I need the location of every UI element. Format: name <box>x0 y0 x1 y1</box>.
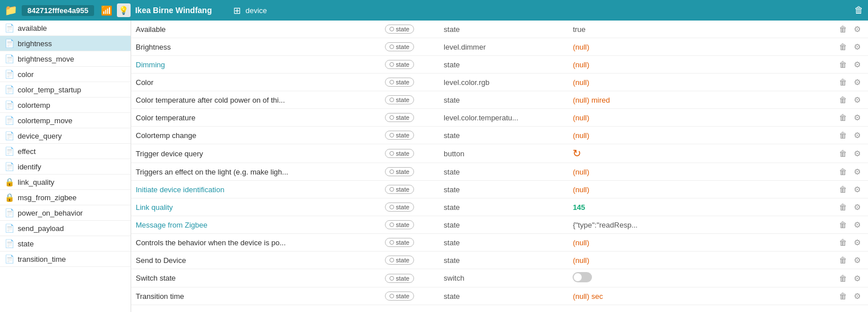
sidebar-item-colortemp_move[interactable]: 📄colortemp_move <box>0 113 131 128</box>
settings-row-button[interactable]: ⚙ <box>851 290 863 302</box>
state-dot-icon <box>390 276 394 281</box>
settings-row-button[interactable]: ⚙ <box>851 94 863 106</box>
state-dot-icon <box>390 62 394 67</box>
document-icon: 📄 <box>5 239 14 248</box>
delete-row-button[interactable]: 🗑 <box>837 59 849 70</box>
delete-device-button[interactable]: 🗑 <box>854 5 863 15</box>
main-layout: 📄available📄brightness📄brightness_move📄co… <box>0 21 868 312</box>
row-type: state <box>439 21 568 38</box>
document-icon: 📄 <box>5 85 14 94</box>
row-name: Color temperature <box>131 109 380 127</box>
delete-row-button[interactable]: 🗑 <box>837 273 849 284</box>
settings-row-button[interactable]: ⚙ <box>851 23 863 35</box>
delete-row-button[interactable]: 🗑 <box>837 201 849 213</box>
sidebar-item-brightness[interactable]: 📄brightness <box>0 36 131 51</box>
sidebar-item-label: colortemp <box>18 101 50 110</box>
sidebar-item-msg_from_zigbee[interactable]: 🔒msg_from_zigbee <box>0 190 131 205</box>
row-actions: 🗑⚙ <box>832 74 868 91</box>
sidebar-item-label: identify <box>18 163 41 171</box>
settings-row-button[interactable]: ⚙ <box>851 148 863 159</box>
delete-row-button[interactable]: 🗑 <box>837 290 849 302</box>
settings-row-button[interactable]: ⚙ <box>851 254 863 266</box>
sidebar-item-label: send_payload <box>18 224 64 233</box>
delete-row-button[interactable]: 🗑 <box>837 41 849 52</box>
settings-row-button[interactable]: ⚙ <box>851 166 863 177</box>
settings-row-button[interactable]: ⚙ <box>851 201 863 213</box>
sidebar-item-label: colortemp_move <box>18 116 72 125</box>
sidebar-item-label: color <box>18 70 34 79</box>
state-dot-icon <box>390 169 394 174</box>
state-label: state <box>396 61 409 68</box>
state-label: state <box>396 168 409 175</box>
sidebar-item-effect[interactable]: 📄effect <box>0 144 131 159</box>
sidebar-item-label: transition_time <box>18 255 66 264</box>
sidebar-item-power_on_behavior[interactable]: 📄power_on_behavior <box>0 205 131 221</box>
sidebar-item-available[interactable]: 📄available <box>0 21 131 36</box>
document-icon: 📄 <box>5 254 14 264</box>
document-icon: 📄 <box>5 100 14 110</box>
row-name-link[interactable]: Initiate device identification <box>136 185 224 194</box>
delete-row-button[interactable]: 🗑 <box>837 237 849 248</box>
row-name-link[interactable]: Message from Zigbee <box>136 221 208 229</box>
settings-row-button[interactable]: ⚙ <box>851 41 863 52</box>
settings-row-button[interactable]: ⚙ <box>851 237 863 248</box>
sidebar-item-brightness_move[interactable]: 📄brightness_move <box>0 51 131 67</box>
settings-row-button[interactable]: ⚙ <box>851 219 863 230</box>
state-label: state <box>396 79 409 86</box>
settings-row-button[interactable]: ⚙ <box>851 129 863 141</box>
delete-row-button[interactable]: 🗑 <box>837 76 849 88</box>
row-value: (null) <box>568 252 832 269</box>
state-label: state <box>396 96 409 103</box>
delete-row-button[interactable]: 🗑 <box>837 254 849 266</box>
delete-row-button[interactable]: 🗑 <box>837 129 849 141</box>
sidebar-item-identify[interactable]: 📄identify <box>0 159 131 175</box>
sidebar-item-device_query[interactable]: 📄device_query <box>0 128 131 144</box>
delete-row-button[interactable]: 🗑 <box>837 219 849 230</box>
table-row: Switch statestateswitch🗑⚙ <box>131 269 868 287</box>
device-id[interactable]: 842712fffee4a955 <box>22 5 94 16</box>
delete-row-button[interactable]: 🗑 <box>837 184 849 195</box>
settings-row-button[interactable]: ⚙ <box>851 273 863 284</box>
state-label: state <box>396 275 409 282</box>
row-value: (null) <box>568 127 832 144</box>
sidebar-item-color_temp_startup[interactable]: 📄color_temp_startup <box>0 82 131 98</box>
row-name: Message from Zigbee <box>131 216 380 234</box>
folder-icon: 📁 <box>5 4 17 17</box>
sidebar-item-state[interactable]: 📄state <box>0 236 131 252</box>
sidebar-item-link_quality[interactable]: 🔒link_quality <box>0 175 131 190</box>
toggle-switch[interactable] <box>573 272 592 282</box>
row-value: (null) <box>568 56 832 74</box>
state-dot-icon <box>390 205 394 209</box>
delete-row-button[interactable]: 🗑 <box>837 166 849 177</box>
row-actions: 🗑⚙ <box>832 91 868 109</box>
settings-row-button[interactable]: ⚙ <box>851 76 863 88</box>
row-type: level.color.rgb <box>439 74 568 91</box>
sidebar-item-transition_time[interactable]: 📄transition_time <box>0 252 131 267</box>
row-name-link[interactable]: Link quality <box>136 203 173 212</box>
sidebar-item-send_payload[interactable]: 📄send_payload <box>0 221 131 236</box>
state-label: state <box>396 239 409 246</box>
null-value: (null) <box>573 78 589 87</box>
delete-row-button[interactable]: 🗑 <box>837 94 849 106</box>
table-row: Transition timestatestate(null) sec🗑⚙ <box>131 287 868 305</box>
null-value: (null) <box>573 168 589 176</box>
settings-row-button[interactable]: ⚙ <box>851 112 863 123</box>
row-type: state <box>439 163 568 181</box>
settings-row-button[interactable]: ⚙ <box>851 59 863 70</box>
delete-row-button[interactable]: 🗑 <box>837 23 849 35</box>
row-state-badge: state <box>380 74 439 91</box>
table-row: Controls the behavior when the device is… <box>131 234 868 252</box>
row-name-link[interactable]: Dimming <box>136 60 165 69</box>
delete-row-button[interactable]: 🗑 <box>837 148 849 159</box>
row-state-badge: state <box>380 127 439 144</box>
settings-row-button[interactable]: ⚙ <box>851 184 863 195</box>
state-dot-icon <box>390 133 394 137</box>
device-name: Ikea Birne Windfang <box>135 6 212 15</box>
lock-icon: 🔒 <box>5 177 14 187</box>
sidebar-item-colortemp[interactable]: 📄colortemp <box>0 98 131 113</box>
sidebar-item-color[interactable]: 📄color <box>0 67 131 82</box>
state-label: state <box>396 186 409 193</box>
row-type: state <box>439 198 568 216</box>
delete-row-button[interactable]: 🗑 <box>837 112 849 123</box>
row-type: state <box>439 56 568 74</box>
